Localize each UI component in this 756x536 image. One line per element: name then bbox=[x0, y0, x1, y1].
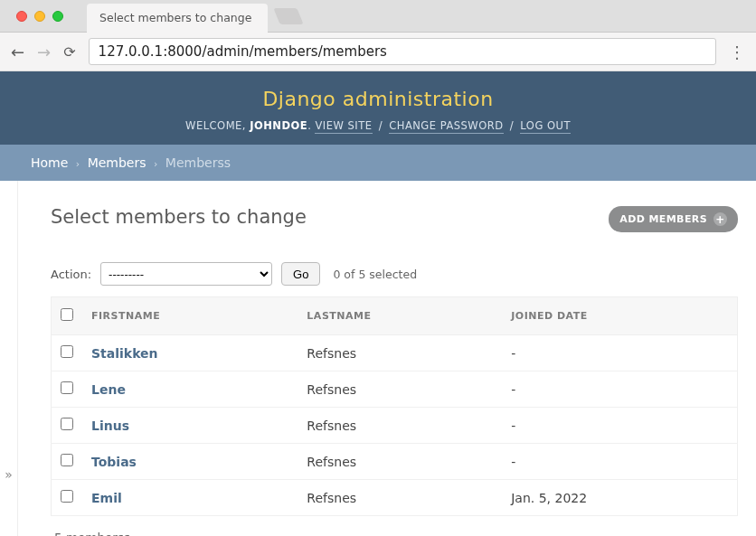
browser-tab[interactable]: Select members to change bbox=[87, 4, 268, 33]
change-password-link[interactable]: CHANGE PASSWORD bbox=[389, 119, 503, 134]
row-checkbox[interactable] bbox=[61, 345, 73, 358]
cell-lastname: Refsnes bbox=[298, 371, 502, 408]
close-window-button[interactable] bbox=[16, 11, 27, 22]
nav-icons: ← → ⟳ bbox=[7, 42, 80, 61]
reload-icon[interactable]: ⟳ bbox=[63, 43, 75, 61]
cell-joined: - bbox=[502, 371, 737, 408]
row-checkbox-cell bbox=[52, 444, 83, 480]
breadcrumb-current: Memberss bbox=[165, 155, 231, 170]
table-row: EmilRefsnesJan. 5, 2022 bbox=[52, 480, 738, 516]
select-all-checkbox[interactable] bbox=[61, 308, 73, 321]
breadcrumb-home[interactable]: Home bbox=[31, 155, 68, 170]
row-checkbox[interactable] bbox=[61, 381, 73, 394]
row-checkbox-cell bbox=[52, 371, 83, 408]
welcome-label: WELCOME, bbox=[185, 119, 246, 132]
view-site-link[interactable]: VIEW SITE bbox=[315, 119, 372, 134]
firstname-link[interactable]: Stalikken bbox=[91, 346, 158, 361]
address-bar[interactable]: 127.0.0.1:8000/admin/members/members bbox=[89, 38, 716, 65]
browser-chrome: Select members to change ← → ⟳ 127.0.0.1… bbox=[0, 0, 756, 71]
cell-lastname: Refsnes bbox=[298, 335, 502, 371]
address-row: ← → ⟳ 127.0.0.1:8000/admin/members/membe… bbox=[0, 33, 756, 71]
table-row: LinusRefsnes- bbox=[52, 408, 738, 444]
user-tools: WELCOME, JOHNDOE. VIEW SITE / CHANGE PAS… bbox=[0, 119, 756, 132]
firstname-link[interactable]: Emil bbox=[91, 491, 122, 505]
breadcrumb-app[interactable]: Members bbox=[88, 155, 146, 170]
cell-firstname: Lene bbox=[82, 371, 298, 408]
more-icon[interactable]: ⋮ bbox=[725, 42, 749, 61]
maximize-window-button[interactable] bbox=[52, 11, 63, 22]
results-table: FIRSTNAME LASTNAME JOINED DATE Stalikken… bbox=[51, 296, 738, 516]
go-button[interactable]: Go bbox=[281, 262, 320, 286]
action-label: Action: bbox=[51, 268, 91, 281]
logout-link[interactable]: LOG OUT bbox=[520, 119, 571, 134]
cell-firstname: Tobias bbox=[82, 444, 298, 480]
row-checkbox-cell bbox=[52, 408, 83, 444]
url-text: 127.0.0.1:8000/admin/members/members bbox=[99, 43, 387, 60]
row-checkbox[interactable] bbox=[61, 418, 73, 430]
table-row: StalikkenRefsnes- bbox=[52, 335, 738, 371]
col-firstname[interactable]: FIRSTNAME bbox=[82, 297, 298, 335]
firstname-link[interactable]: Tobias bbox=[91, 455, 137, 469]
new-tab-button[interactable] bbox=[273, 8, 303, 24]
cell-lastname: Refsnes bbox=[298, 444, 502, 480]
site-title: Django administration bbox=[0, 88, 756, 110]
actions-bar: Action: --------- Go 0 of 5 selected bbox=[51, 262, 738, 286]
window-controls bbox=[9, 11, 71, 22]
back-icon[interactable]: ← bbox=[11, 42, 24, 61]
object-tools: ADD MEMBERS + bbox=[609, 206, 738, 232]
table-row: LeneRefsnes- bbox=[52, 371, 738, 408]
content-wrap: » ADD MEMBERS + Select members to change… bbox=[0, 181, 756, 536]
cell-joined: Jan. 5, 2022 bbox=[502, 480, 737, 516]
cell-firstname: Emil bbox=[82, 480, 298, 516]
django-header: Django administration WELCOME, JOHNDOE. … bbox=[0, 71, 756, 145]
tab-title: Select members to change bbox=[99, 11, 251, 24]
row-checkbox[interactable] bbox=[61, 490, 73, 503]
row-checkbox[interactable] bbox=[61, 454, 73, 466]
firstname-link[interactable]: Linus bbox=[91, 418, 129, 433]
breadcrumb: Home › Members › Memberss bbox=[0, 145, 756, 181]
cell-joined: - bbox=[502, 408, 737, 444]
content: ADD MEMBERS + Select members to change A… bbox=[18, 181, 756, 536]
table-header-row: FIRSTNAME LASTNAME JOINED DATE bbox=[52, 297, 738, 335]
forward-icon[interactable]: → bbox=[37, 42, 51, 61]
cell-firstname: Stalikken bbox=[82, 335, 298, 371]
sidebar-toggle[interactable]: » bbox=[0, 181, 18, 536]
add-members-button[interactable]: ADD MEMBERS + bbox=[609, 206, 738, 232]
minimize-window-button[interactable] bbox=[34, 11, 45, 22]
action-select[interactable]: --------- bbox=[100, 262, 272, 286]
row-checkbox-cell bbox=[52, 480, 83, 516]
cell-firstname: Linus bbox=[82, 408, 298, 444]
cell-lastname: Refsnes bbox=[298, 408, 502, 444]
plus-icon: + bbox=[713, 212, 727, 226]
add-button-label: ADD MEMBERS bbox=[619, 213, 707, 225]
tab-row: Select members to change bbox=[0, 0, 756, 33]
col-lastname[interactable]: LASTNAME bbox=[298, 297, 502, 335]
firstname-link[interactable]: Lene bbox=[91, 382, 126, 397]
cell-lastname: Refsnes bbox=[298, 480, 502, 516]
table-row: TobiasRefsnes- bbox=[52, 444, 738, 480]
cell-joined: - bbox=[502, 335, 737, 371]
cell-joined: - bbox=[502, 444, 737, 480]
row-checkbox-cell bbox=[52, 335, 83, 371]
paginator: 5 memberss bbox=[51, 516, 738, 536]
col-joined[interactable]: JOINED DATE bbox=[502, 297, 737, 335]
select-all-header bbox=[52, 297, 83, 335]
username: JOHNDOE bbox=[250, 119, 307, 132]
selection-counter: 0 of 5 selected bbox=[333, 268, 417, 281]
